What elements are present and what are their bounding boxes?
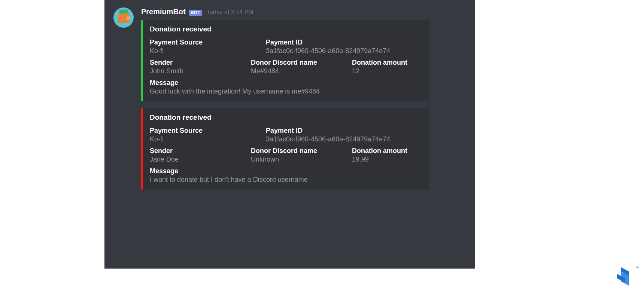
embed-title: Donation received [150, 113, 423, 122]
field-row: Payment Source Ko-fi Payment ID 3a1fac0c… [150, 127, 423, 143]
discord-message-panel: PremiumBot BOT Today at 2:14 PM Donation… [104, 0, 475, 269]
message-header: PremiumBot BOT Today at 2:14 PM [141, 7, 429, 16]
field-label: Payment Source [150, 39, 266, 46]
field-label: Payment Source [150, 127, 266, 135]
field-label: Sender [150, 59, 251, 67]
field-value: I want to donate but I don't have a Disc… [150, 176, 423, 184]
field-payment-source: Payment Source Ko-fi [150, 127, 266, 143]
field-value: 19.99 [352, 156, 423, 163]
embed: Donation received Payment Source Ko-fi P… [141, 20, 429, 101]
field-label: Sender [150, 147, 251, 155]
field-label: Payment ID [266, 127, 423, 135]
brand-logo: ™ [617, 267, 633, 286]
field-label: Donor Discord name [251, 59, 352, 67]
username[interactable]: PremiumBot [141, 7, 186, 16]
field-value: Unknown [251, 156, 352, 163]
field-value: Jane Doe [150, 156, 251, 163]
field-value: John Smith [150, 67, 251, 75]
message-content: PremiumBot BOT Today at 2:14 PM Donation… [141, 7, 429, 190]
field-donor-discord: Donor Discord name Unknown [251, 147, 352, 163]
wallet-icon [118, 13, 130, 23]
field-value: 3a1fac0c-f960-4506-a60e-824979a74e74 [266, 135, 423, 143]
field-row: Payment Source Ko-fi Payment ID 3a1fac0c… [150, 39, 423, 55]
field-donation-amount: Donation amount 19.99 [352, 147, 423, 163]
field-label: Donor Discord name [251, 147, 352, 155]
embed-title: Donation received [150, 25, 423, 33]
field-payment-id: Payment ID 3a1fac0c-f960-4506-a60e-82497… [266, 39, 423, 55]
field-sender: Sender John Smith [150, 59, 251, 75]
trademark: ™ [635, 266, 640, 270]
field-donor-discord: Donor Discord name Me#9484 [251, 59, 352, 75]
field-message: Message Good luck with the integration! … [150, 79, 423, 95]
embed-list: Donation received Payment Source Ko-fi P… [141, 20, 429, 190]
field-label: Message [150, 167, 423, 175]
avatar[interactable] [113, 7, 134, 28]
field-row: Sender John Smith Donor Discord name Me#… [150, 59, 423, 75]
bot-badge: BOT [189, 10, 202, 16]
field-message: Message I want to donate but I don't hav… [150, 167, 423, 184]
embed: Donation received Payment Source Ko-fi P… [141, 108, 429, 190]
field-donation-amount: Donation amount 12 [352, 59, 423, 75]
field-value: 3a1fac0c-f960-4506-a60e-824979a74e74 [266, 47, 423, 55]
field-label: Donation amount [352, 147, 423, 155]
field-value: 12 [352, 67, 423, 75]
field-value: Me#9484 [251, 67, 352, 75]
field-payment-source: Payment Source Ko-fi [150, 39, 266, 55]
timestamp: Today at 2:14 PM [207, 9, 253, 16]
field-label: Payment ID [266, 39, 423, 46]
field-sender: Sender Jane Doe [150, 147, 251, 163]
field-value: Ko-fi [150, 135, 266, 143]
field-value: Good luck with the integration! My usern… [150, 88, 423, 95]
field-payment-id: Payment ID 3a1fac0c-f960-4506-a60e-82497… [266, 127, 423, 143]
field-row: Sender Jane Doe Donor Discord name Unkno… [150, 147, 423, 163]
field-value: Ko-fi [150, 47, 266, 55]
message: PremiumBot BOT Today at 2:14 PM Donation… [113, 7, 466, 190]
field-label: Message [150, 79, 423, 87]
field-label: Donation amount [352, 59, 423, 67]
